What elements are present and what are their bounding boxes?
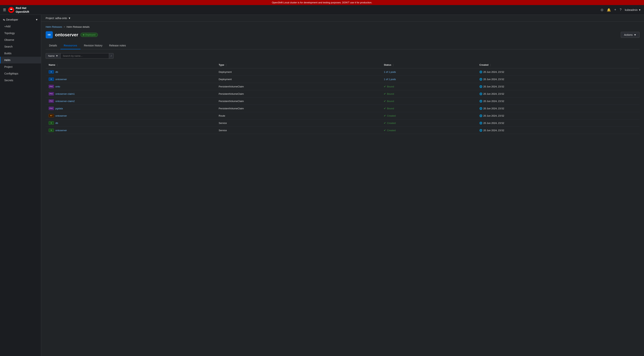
status-text: Bound <box>387 100 394 103</box>
tab-resources[interactable]: Resources <box>60 42 81 50</box>
sidebar-item-add[interactable]: +Add <box>0 23 41 30</box>
breadcrumb: Helm Releases > Helm Release details <box>46 26 640 28</box>
cell-type-2: PersistentVolumeClaim <box>216 83 381 90</box>
grid-icon[interactable]: ⊙ <box>600 8 604 12</box>
sidebar-item-observe[interactable]: Observe <box>0 37 41 43</box>
table-row: PVCpgdataPersistentVolumeClaim✔Bound🌐20 … <box>46 105 640 112</box>
search-input[interactable] <box>60 53 109 59</box>
created-timestamp: 20 Jun 2024, 23:52 <box>483 78 504 81</box>
cell-name-2: PVConto <box>46 83 216 90</box>
col-sort-status[interactable]: │ <box>393 64 394 66</box>
sidebar-item-project[interactable]: Project <box>0 64 41 70</box>
tab-details[interactable]: Details <box>46 42 60 50</box>
col-sort-created[interactable]: │ <box>490 64 491 66</box>
resources-table: Name│Type│Status│Created│ DdbDeployment1… <box>46 62 640 134</box>
breadcrumb-parent-link[interactable]: Helm Releases <box>46 26 62 28</box>
pods-link[interactable]: 1 of 1 pods <box>384 78 396 81</box>
search-type-label: Name <box>48 55 55 57</box>
col-sort-type[interactable]: │ <box>226 64 227 66</box>
sidebar-item-topology[interactable]: Topology <box>0 30 41 37</box>
cell-type-5: PersistentVolumeClaim <box>216 105 381 112</box>
status-text: Created <box>387 122 396 125</box>
resource-name-link[interactable]: db <box>56 71 58 73</box>
globe-icon: 🌐 <box>479 122 482 125</box>
created-timestamp: 20 Jun 2024, 23:52 <box>483 129 504 132</box>
table-row: SontoserverService✔Created🌐20 Jun 2024, … <box>46 127 640 134</box>
cell-status-0: 1 of 1 pods <box>381 68 476 76</box>
globe-icon: 🌐 <box>479 107 482 110</box>
table-row: DontoserverDeployment1 of 1 pods🌐20 Jun … <box>46 76 640 83</box>
cell-name-0: Ddb <box>46 68 216 76</box>
col-sort-name[interactable]: │ <box>57 64 58 66</box>
search-bar: Name ▼ / <box>46 53 640 59</box>
resource-name-link[interactable]: ontoserver-claim2 <box>56 100 75 103</box>
sidebar-item-search[interactable]: Search <box>0 43 41 50</box>
created-timestamp: 20 Jun 2024, 23:52 <box>483 114 504 117</box>
cell-type-0: Deployment <box>216 68 381 76</box>
cell-status-6: ✔Created <box>381 112 476 119</box>
cell-created-3: 🌐20 Jun 2024, 23:52 <box>476 90 640 98</box>
plus-icon[interactable]: + <box>614 8 616 12</box>
context-chevron-icon: ▼ <box>35 18 38 21</box>
tab-revision-history[interactable]: Revision history <box>80 42 106 50</box>
resource-name-link[interactable]: pgdata <box>56 107 63 110</box>
globe-icon: 🌐 <box>479 71 482 73</box>
pods-link[interactable]: 1 of 1 pods <box>384 71 396 73</box>
brand: Red Hat OpenShift <box>8 6 29 14</box>
col-header-created: Created│ <box>476 62 640 68</box>
cell-type-8: Service <box>216 127 381 134</box>
context-icon: ↹ <box>3 18 5 21</box>
sidebar-item-secrets[interactable]: Secrets <box>0 77 41 84</box>
bell-icon[interactable]: 🔔 <box>607 8 611 12</box>
resource-name-link[interactable]: ontoserver <box>56 114 67 117</box>
resource-name-link[interactable]: ontoserver-claim1 <box>56 93 75 95</box>
page-title: ontoserver <box>55 32 78 38</box>
tab-release-notes[interactable]: Release notes <box>106 42 129 50</box>
helm-release-badge: HR <box>46 31 53 38</box>
user-menu[interactable]: kubeadmin ▼ <box>625 9 641 12</box>
table-row: RTontoserverRoute✔Created🌐20 Jun 2024, 2… <box>46 112 640 119</box>
cell-status-4: ✔Bound <box>381 98 476 105</box>
table-row: DdbDeployment1 of 1 pods🌐20 Jun 2024, 23… <box>46 68 640 76</box>
table-row: PVContoPersistentVolumeClaim✔Bound🌐20 Ju… <box>46 83 640 90</box>
cell-created-7: 🌐20 Jun 2024, 23:52 <box>476 119 640 127</box>
actions-button[interactable]: Actions ▼ <box>621 32 640 38</box>
status-ok-icon: ✔ <box>384 122 386 125</box>
col-header-type: Type│ <box>216 62 381 68</box>
project-selector[interactable]: Project: adha-onto ▼ <box>46 17 71 20</box>
created-timestamp: 20 Jun 2024, 23:52 <box>483 107 504 110</box>
resource-name-link[interactable]: ontoserver <box>56 129 67 132</box>
status-ok-icon: ✔ <box>384 114 386 117</box>
table-body: DdbDeployment1 of 1 pods🌐20 Jun 2024, 23… <box>46 68 640 134</box>
banner-text: OpenShift Local cluster is for developme… <box>272 1 372 4</box>
globe-icon: 🌐 <box>479 129 482 132</box>
globe-icon: 🌐 <box>479 93 482 95</box>
cell-name-7: Sdb <box>46 119 216 127</box>
sidebar-context-switcher[interactable]: ↹ Developer ▼ <box>0 16 41 23</box>
hamburger-icon[interactable]: ☰ <box>3 8 6 12</box>
status-text: Created <box>387 129 396 132</box>
sidebar-item-builds[interactable]: Builds <box>0 50 41 57</box>
resource-name-link[interactable]: db <box>56 122 58 125</box>
cell-status-8: ✔Created <box>381 127 476 134</box>
svg-point-1 <box>10 10 13 12</box>
cell-status-3: ✔Bound <box>381 90 476 98</box>
cell-name-5: PVCpgdata <box>46 105 216 112</box>
created-timestamp: 20 Jun 2024, 23:52 <box>483 85 504 88</box>
table-header: Name│Type│Status│Created│ <box>46 62 640 68</box>
globe-icon: 🌐 <box>479 85 482 88</box>
sidebar-item-helm[interactable]: Helm <box>0 57 41 64</box>
search-type-button[interactable]: Name ▼ <box>46 53 60 59</box>
cell-status-2: ✔Bound <box>381 83 476 90</box>
sidebar-item-configmaps[interactable]: ConfigMaps <box>0 70 41 77</box>
created-timestamp: 20 Jun 2024, 23:52 <box>483 122 504 125</box>
help-icon[interactable]: ? <box>620 8 622 12</box>
status-text: Created <box>387 114 396 117</box>
sidebar: ↹ Developer ▼ +AddTopologyObserveSearchB… <box>0 15 41 356</box>
top-banner: OpenShift Local cluster is for developme… <box>0 0 644 5</box>
resource-name-link[interactable]: ontoserver <box>56 78 67 81</box>
sidebar-context-label: Developer <box>6 18 18 21</box>
resource-name-link[interactable]: onto <box>56 85 60 88</box>
col-header-status: Status│ <box>381 62 476 68</box>
status-ok-icon: ✔ <box>384 85 386 88</box>
